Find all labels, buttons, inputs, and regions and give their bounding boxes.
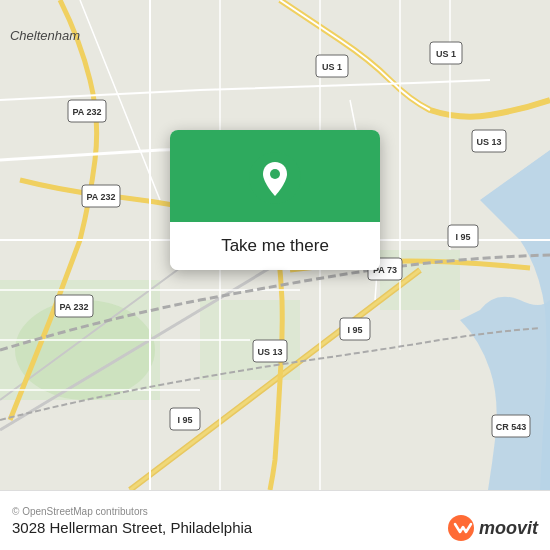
take-me-there-button[interactable]: Take me there bbox=[170, 222, 380, 270]
bottom-bar: © OpenStreetMap contributors 3028 Heller… bbox=[0, 490, 550, 550]
svg-text:I 95: I 95 bbox=[347, 325, 362, 335]
svg-text:US 13: US 13 bbox=[476, 137, 501, 147]
moovit-brand-icon bbox=[447, 514, 475, 542]
map-container: US 1 US 1 PA 232 PA 232 PA 232 US 13 PA … bbox=[0, 0, 550, 490]
svg-text:CR 543: CR 543 bbox=[496, 422, 527, 432]
svg-text:I 95: I 95 bbox=[455, 232, 470, 242]
popup-map-icon-area bbox=[170, 130, 380, 222]
location-pin-icon bbox=[249, 152, 301, 204]
svg-point-44 bbox=[270, 169, 280, 179]
svg-text:US 1: US 1 bbox=[322, 62, 342, 72]
svg-text:I 95: I 95 bbox=[177, 415, 192, 425]
address-text: 3028 Hellerman Street, Philadelphia bbox=[12, 519, 252, 536]
svg-text:PA 232: PA 232 bbox=[86, 192, 115, 202]
take-me-there-popup: Take me there bbox=[170, 130, 380, 270]
svg-text:Cheltenham: Cheltenham bbox=[10, 28, 80, 43]
svg-text:PA 232: PA 232 bbox=[72, 107, 101, 117]
svg-text:US 13: US 13 bbox=[257, 347, 282, 357]
svg-text:US 1: US 1 bbox=[436, 49, 456, 59]
moovit-logo: moovit bbox=[447, 514, 538, 542]
svg-text:PA 232: PA 232 bbox=[59, 302, 88, 312]
moovit-brand-name: moovit bbox=[479, 518, 538, 539]
